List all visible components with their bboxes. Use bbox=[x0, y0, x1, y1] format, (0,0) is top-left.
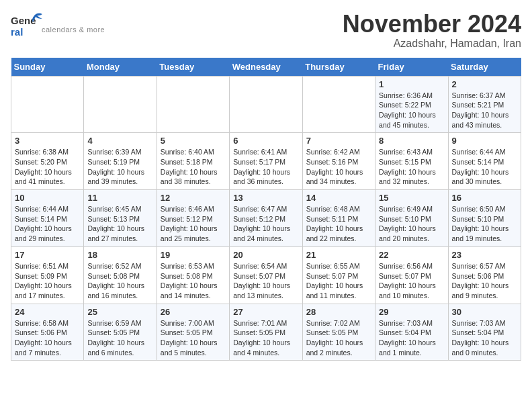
day-number: 11 bbox=[87, 193, 152, 203]
day-number: 7 bbox=[306, 136, 371, 146]
day-number: 1 bbox=[379, 79, 444, 89]
day-info: Sunrise: 6:36 AMSunset: 5:22 PMDaylight:… bbox=[379, 91, 444, 130]
logo-container: Gene ral calendars & more bbox=[11, 11, 105, 48]
day-cell: 17Sunrise: 6:51 AMSunset: 5:09 PMDayligh… bbox=[11, 246, 84, 304]
day-cell: 4Sunrise: 6:39 AMSunset: 5:19 PMDaylight… bbox=[84, 133, 157, 190]
day-info: Sunrise: 6:57 AMSunset: 5:06 PMDaylight:… bbox=[452, 261, 517, 301]
day-info: Sunrise: 6:44 AMSunset: 5:14 PMDaylight:… bbox=[15, 204, 80, 244]
day-cell bbox=[230, 76, 302, 133]
day-cell: 25Sunrise: 6:59 AMSunset: 5:05 PMDayligh… bbox=[84, 304, 157, 361]
day-cell: 26Sunrise: 7:00 AMSunset: 5:05 PMDayligh… bbox=[157, 304, 229, 361]
day-number: 5 bbox=[161, 136, 226, 146]
day-info: Sunrise: 6:47 AMSunset: 5:12 PMDaylight:… bbox=[233, 204, 298, 244]
day-info: Sunrise: 6:44 AMSunset: 5:14 PMDaylight:… bbox=[452, 147, 517, 187]
location-subtitle: Azadshahr, Hamadan, Iran bbox=[343, 38, 521, 50]
day-cell bbox=[84, 76, 157, 133]
day-cell: 11Sunrise: 6:45 AMSunset: 5:13 PMDayligh… bbox=[84, 190, 157, 247]
day-info: Sunrise: 6:52 AMSunset: 5:08 PMDaylight:… bbox=[87, 261, 152, 301]
week-row-5: 24Sunrise: 6:58 AMSunset: 5:06 PMDayligh… bbox=[11, 304, 521, 361]
day-info: Sunrise: 6:43 AMSunset: 5:15 PMDaylight:… bbox=[379, 147, 444, 187]
col-thursday: Thursday bbox=[302, 58, 375, 77]
day-cell: 10Sunrise: 6:44 AMSunset: 5:14 PMDayligh… bbox=[11, 190, 84, 247]
day-cell: 28Sunrise: 7:02 AMSunset: 5:05 PMDayligh… bbox=[302, 304, 375, 361]
day-number: 20 bbox=[233, 250, 298, 260]
day-cell bbox=[302, 76, 375, 133]
title-block: November 2024 Azadshahr, Hamadan, Iran bbox=[343, 11, 521, 50]
day-number: 14 bbox=[306, 193, 371, 203]
day-number: 26 bbox=[161, 307, 226, 317]
day-number: 17 bbox=[15, 250, 80, 260]
day-cell: 24Sunrise: 6:58 AMSunset: 5:06 PMDayligh… bbox=[11, 304, 84, 361]
day-number: 23 bbox=[452, 250, 517, 260]
day-info: Sunrise: 6:41 AMSunset: 5:17 PMDaylight:… bbox=[233, 147, 298, 187]
day-cell: 18Sunrise: 6:52 AMSunset: 5:08 PMDayligh… bbox=[84, 246, 157, 304]
day-number: 16 bbox=[452, 193, 517, 203]
week-row-4: 17Sunrise: 6:51 AMSunset: 5:09 PMDayligh… bbox=[11, 246, 521, 304]
header-row: Sunday Monday Tuesday Wednesday Thursday… bbox=[11, 58, 521, 77]
day-cell: 5Sunrise: 6:40 AMSunset: 5:18 PMDaylight… bbox=[157, 133, 229, 190]
day-number: 9 bbox=[452, 136, 517, 146]
col-saturday: Saturday bbox=[448, 58, 521, 77]
calendar-body: 1Sunrise: 6:36 AMSunset: 5:22 PMDaylight… bbox=[11, 76, 521, 361]
day-number: 18 bbox=[87, 250, 152, 260]
col-tuesday: Tuesday bbox=[157, 58, 229, 77]
day-info: Sunrise: 6:46 AMSunset: 5:12 PMDaylight:… bbox=[161, 204, 226, 244]
day-cell: 1Sunrise: 6:36 AMSunset: 5:22 PMDaylight… bbox=[375, 76, 448, 133]
day-number: 24 bbox=[15, 307, 80, 317]
day-cell: 2Sunrise: 6:37 AMSunset: 5:21 PMDaylight… bbox=[448, 76, 521, 133]
day-number: 8 bbox=[379, 136, 444, 146]
day-info: Sunrise: 6:40 AMSunset: 5:18 PMDaylight:… bbox=[161, 147, 226, 187]
day-cell: 14Sunrise: 6:48 AMSunset: 5:11 PMDayligh… bbox=[302, 190, 375, 247]
day-info: Sunrise: 6:45 AMSunset: 5:13 PMDaylight:… bbox=[87, 204, 152, 244]
day-info: Sunrise: 7:00 AMSunset: 5:05 PMDaylight:… bbox=[161, 318, 226, 358]
logo: Gene ral calendars & more bbox=[11, 11, 105, 48]
day-info: Sunrise: 6:59 AMSunset: 5:05 PMDaylight:… bbox=[87, 318, 152, 358]
week-row-2: 3Sunrise: 6:38 AMSunset: 5:20 PMDaylight… bbox=[11, 133, 521, 190]
month-title: November 2024 bbox=[343, 11, 521, 38]
day-cell: 12Sunrise: 6:46 AMSunset: 5:12 PMDayligh… bbox=[157, 190, 229, 247]
calendar-header: Sunday Monday Tuesday Wednesday Thursday… bbox=[11, 58, 521, 77]
logo-text-block: calendars & more bbox=[42, 26, 105, 34]
day-number: 27 bbox=[233, 307, 298, 317]
day-cell: 9Sunrise: 6:44 AMSunset: 5:14 PMDaylight… bbox=[448, 133, 521, 190]
day-number: 25 bbox=[87, 307, 152, 317]
day-info: Sunrise: 6:38 AMSunset: 5:20 PMDaylight:… bbox=[15, 147, 80, 187]
day-info: Sunrise: 6:51 AMSunset: 5:09 PMDaylight:… bbox=[15, 261, 80, 301]
calendar-table: Sunday Monday Tuesday Wednesday Thursday… bbox=[11, 58, 521, 361]
day-info: Sunrise: 6:48 AMSunset: 5:11 PMDaylight:… bbox=[306, 204, 371, 244]
day-info: Sunrise: 6:58 AMSunset: 5:06 PMDaylight:… bbox=[15, 318, 80, 358]
col-monday: Monday bbox=[84, 58, 157, 77]
day-cell: 7Sunrise: 6:42 AMSunset: 5:16 PMDaylight… bbox=[302, 133, 375, 190]
day-info: Sunrise: 7:02 AMSunset: 5:05 PMDaylight:… bbox=[306, 318, 371, 358]
day-cell: 13Sunrise: 6:47 AMSunset: 5:12 PMDayligh… bbox=[230, 190, 302, 247]
day-cell: 20Sunrise: 6:54 AMSunset: 5:07 PMDayligh… bbox=[230, 246, 302, 304]
day-number: 13 bbox=[233, 193, 298, 203]
day-info: Sunrise: 6:39 AMSunset: 5:19 PMDaylight:… bbox=[87, 147, 152, 187]
day-number: 30 bbox=[452, 307, 517, 317]
day-info: Sunrise: 7:03 AMSunset: 5:04 PMDaylight:… bbox=[452, 318, 517, 358]
day-cell: 23Sunrise: 6:57 AMSunset: 5:06 PMDayligh… bbox=[448, 246, 521, 304]
day-cell: 15Sunrise: 6:49 AMSunset: 5:10 PMDayligh… bbox=[375, 190, 448, 247]
col-sunday: Sunday bbox=[11, 58, 84, 77]
day-info: Sunrise: 6:56 AMSunset: 5:07 PMDaylight:… bbox=[379, 261, 444, 301]
day-number: 29 bbox=[379, 307, 444, 317]
day-number: 6 bbox=[233, 136, 298, 146]
logo-svg-area: Gene ral bbox=[11, 11, 44, 48]
day-number: 4 bbox=[87, 136, 152, 146]
day-cell: 8Sunrise: 6:43 AMSunset: 5:15 PMDaylight… bbox=[375, 133, 448, 190]
day-info: Sunrise: 6:37 AMSunset: 5:21 PMDaylight:… bbox=[452, 91, 517, 130]
day-number: 21 bbox=[306, 250, 371, 260]
day-cell: 6Sunrise: 6:41 AMSunset: 5:17 PMDaylight… bbox=[230, 133, 302, 190]
day-number: 19 bbox=[161, 250, 226, 260]
day-cell: 22Sunrise: 6:56 AMSunset: 5:07 PMDayligh… bbox=[375, 246, 448, 304]
day-cell: 27Sunrise: 7:01 AMSunset: 5:05 PMDayligh… bbox=[230, 304, 302, 361]
week-row-1: 1Sunrise: 6:36 AMSunset: 5:22 PMDaylight… bbox=[11, 76, 521, 133]
page-header: Gene ral calendars & more November 2024 … bbox=[11, 11, 521, 50]
day-cell: 16Sunrise: 6:50 AMSunset: 5:10 PMDayligh… bbox=[448, 190, 521, 247]
col-wednesday: Wednesday bbox=[230, 58, 302, 77]
day-number: 3 bbox=[15, 136, 80, 146]
day-info: Sunrise: 6:55 AMSunset: 5:07 PMDaylight:… bbox=[306, 261, 371, 301]
week-row-3: 10Sunrise: 6:44 AMSunset: 5:14 PMDayligh… bbox=[11, 190, 521, 247]
day-number: 10 bbox=[15, 193, 80, 203]
day-info: Sunrise: 7:01 AMSunset: 5:05 PMDaylight:… bbox=[233, 318, 298, 358]
